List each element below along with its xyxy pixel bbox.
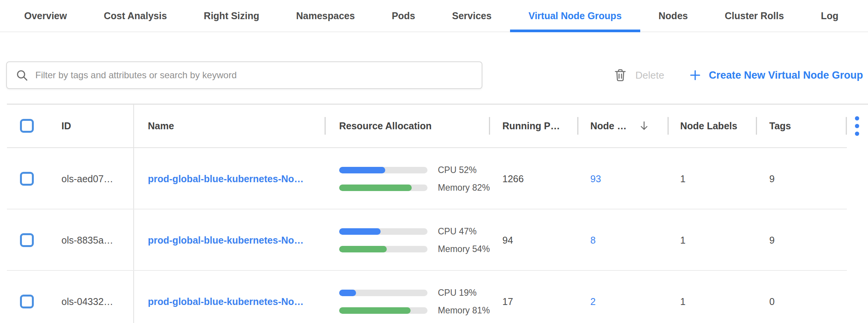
tab-overview[interactable]: Overview (6, 0, 85, 31)
resource-allocation-bars: CPU 19% Memory 81% (339, 288, 490, 316)
virtual-node-groups-table: ID Name Resource Allocation Running P… N… (0, 104, 868, 323)
row-select-cell (0, 209, 50, 271)
tab-log[interactable]: Log (802, 0, 857, 31)
memory-bar-track (339, 185, 427, 191)
running-pods-value: 1266 (489, 148, 577, 209)
memory-bar-fill (339, 246, 387, 252)
column-header-running-pods[interactable]: Running P… (489, 104, 577, 148)
filter-search-box[interactable] (6, 61, 482, 89)
filter-search-input[interactable] (35, 70, 473, 81)
row-more-cell (846, 271, 868, 323)
resource-allocation-bars: CPU 52% Memory 82% (339, 165, 490, 193)
vng-id: ols-04332… (61, 296, 113, 307)
memory-label: Memory 82% (438, 183, 490, 193)
vng-id: ols-8835a… (61, 235, 113, 246)
memory-bar-fill (339, 307, 411, 314)
tab-pods[interactable]: Pods (373, 0, 434, 31)
header-select-all-cell (0, 104, 50, 148)
dot (855, 124, 859, 128)
tags-value: 9 (756, 209, 846, 271)
vng-name-link[interactable]: prod-global-blue-kubernetes-No… (148, 235, 304, 246)
create-virtual-node-group-button[interactable]: Create New Virtual Node Group (689, 69, 863, 82)
delete-button[interactable]: Delete (613, 68, 664, 82)
row-id-cell: ols-aed07… (50, 148, 133, 209)
vng-id: ols-aed07… (61, 173, 113, 185)
vng-name-link[interactable]: prod-global-blue-kubernetes-No… (148, 296, 304, 307)
tags-value: 9 (756, 148, 846, 209)
running-pods-value: 94 (489, 209, 577, 271)
tab-cluster-rolls[interactable]: Cluster Rolls (706, 0, 802, 31)
tags-value: 0 (756, 271, 846, 323)
create-button-label: Create New Virtual Node Group (709, 69, 863, 81)
row-checkbox[interactable] (20, 233, 34, 247)
toolbar: Delete Create New Virtual Node Group (0, 32, 868, 104)
row-select-cell (0, 148, 50, 209)
cpu-bar-fill (339, 167, 385, 173)
memory-label: Memory 54% (438, 244, 490, 254)
plus-icon (689, 69, 702, 82)
node-labels-value: 1 (668, 209, 756, 271)
cpu-bar-track (339, 290, 427, 296)
cpu-bar-row: CPU 47% (339, 226, 490, 237)
column-options-kebab-icon[interactable] (855, 116, 859, 136)
tab-virtual-node-groups[interactable]: Virtual Node Groups (510, 0, 640, 31)
memory-bar-row: Memory 82% (339, 183, 490, 193)
memory-bar-track (339, 307, 427, 314)
column-header-name[interactable]: Name (133, 104, 325, 148)
row-name-cell: prod-global-blue-kubernetes-No… (133, 271, 325, 323)
nodes-count-link[interactable]: 8 (590, 235, 596, 246)
top-tab-bar: Overview Cost Analysis Right Sizing Name… (0, 0, 868, 32)
node-labels-value: 1 (668, 271, 756, 323)
row-name-cell: prod-global-blue-kubernetes-No… (133, 148, 325, 209)
cpu-label: CPU 47% (438, 226, 477, 237)
vng-name-link[interactable]: prod-global-blue-kubernetes-No… (148, 173, 304, 185)
nodes-count-link[interactable]: 2 (590, 296, 596, 307)
row-nodes-cell: 93 (577, 148, 668, 209)
memory-bar-track (339, 246, 427, 252)
table-row: ols-04332… prod-global-blue-kubernetes-N… (0, 271, 868, 323)
tab-cost-analysis[interactable]: Cost Analysis (85, 0, 185, 31)
cpu-label: CPU 19% (438, 288, 477, 298)
toolbar-actions: Delete Create New Virtual Node Group (613, 61, 863, 89)
column-header-nodes[interactable]: Node … (577, 104, 668, 148)
tab-namespaces[interactable]: Namespaces (278, 0, 373, 31)
table-header-row: ID Name Resource Allocation Running P… N… (0, 104, 868, 148)
memory-bar-row: Memory 54% (339, 244, 490, 254)
trash-icon (613, 68, 628, 82)
cpu-bar-track (339, 228, 427, 235)
column-header-node-labels[interactable]: Node Labels (668, 104, 756, 148)
column-header-resource-allocation[interactable]: Resource Allocation (325, 104, 489, 148)
row-more-cell (846, 209, 868, 271)
row-resource-cell: CPU 19% Memory 81% (325, 271, 489, 323)
row-checkbox[interactable] (20, 295, 34, 308)
cpu-bar-track (339, 167, 427, 173)
tab-right-sizing[interactable]: Right Sizing (186, 0, 278, 31)
select-all-checkbox[interactable] (20, 119, 34, 133)
row-resource-cell: CPU 47% Memory 54% (325, 209, 489, 271)
header-more-cell (846, 104, 868, 148)
column-header-id[interactable]: ID (50, 104, 133, 148)
cpu-label: CPU 52% (438, 165, 477, 175)
memory-bar-row: Memory 81% (339, 305, 490, 316)
table-row: ols-8835a… prod-global-blue-kubernetes-N… (0, 209, 868, 271)
cpu-bar-row: CPU 52% (339, 165, 490, 175)
row-resource-cell: CPU 52% Memory 82% (325, 148, 489, 209)
memory-label: Memory 81% (438, 305, 490, 316)
node-labels-value: 1 (668, 148, 756, 209)
row-id-cell: ols-04332… (50, 271, 133, 323)
row-nodes-cell: 8 (577, 209, 668, 271)
cpu-bar-row: CPU 19% (339, 288, 490, 298)
tab-services[interactable]: Services (434, 0, 510, 31)
row-checkbox[interactable] (20, 172, 34, 186)
search-icon (15, 69, 28, 82)
tab-nodes[interactable]: Nodes (640, 0, 706, 31)
nodes-count-link[interactable]: 93 (590, 173, 601, 185)
column-header-tags[interactable]: Tags (756, 104, 846, 148)
sort-arrow-down-icon[interactable] (639, 120, 649, 132)
running-pods-value: 17 (489, 271, 577, 323)
dot (855, 116, 859, 120)
row-nodes-cell: 2 (577, 271, 668, 323)
column-header-nodes-label: Node … (590, 120, 626, 132)
row-select-cell (0, 271, 50, 323)
dot (855, 132, 859, 136)
